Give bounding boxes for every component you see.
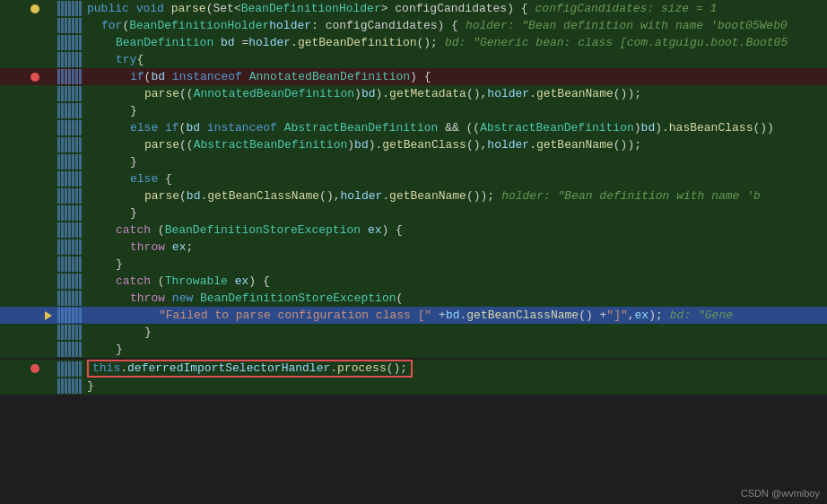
code-line-12: parse(bd.getBeanClassName(), holder.getB… bbox=[0, 187, 827, 204]
debug-bars-1 bbox=[56, 0, 83, 17]
gutter-6 bbox=[0, 85, 29, 102]
execution-arrow bbox=[45, 311, 52, 320]
gutter-11 bbox=[0, 170, 29, 187]
bp-23 bbox=[29, 378, 41, 395]
gutter-3 bbox=[0, 34, 29, 51]
line-content-5: if (bd instanceof AnnotatedBeanDefinitio… bbox=[83, 68, 827, 85]
debug-bars-3 bbox=[56, 34, 83, 51]
gutter-21 bbox=[0, 341, 29, 358]
gutter-5 bbox=[0, 68, 29, 85]
arrow-7 bbox=[41, 102, 56, 119]
code-line-22: this.deferredImportSelectorHandler.proce… bbox=[0, 360, 827, 378]
debug-bars-16 bbox=[56, 256, 83, 273]
bp-20 bbox=[29, 324, 41, 341]
line-content-23: } bbox=[83, 378, 827, 395]
bp-21 bbox=[29, 341, 41, 358]
bp-9 bbox=[29, 136, 41, 153]
line-content-22: this.deferredImportSelectorHandler.proce… bbox=[83, 360, 827, 378]
debug-bars-15 bbox=[56, 239, 83, 256]
code-area: public void parse(Set<BeanDefinitionHold… bbox=[0, 0, 827, 504]
line-content-16: } bbox=[83, 256, 827, 273]
code-line-15: throw ex; bbox=[0, 239, 827, 256]
code-line-1: public void parse(Set<BeanDefinitionHold… bbox=[0, 0, 827, 17]
bp-15 bbox=[29, 239, 41, 256]
arrow-9 bbox=[41, 136, 56, 153]
arrow-20 bbox=[41, 324, 56, 341]
arrow-8 bbox=[41, 119, 56, 136]
bp-18 bbox=[29, 290, 41, 307]
code-line-6: parse((AnnotatedBeanDefinition) bd).getM… bbox=[0, 85, 827, 102]
debug-bars-5 bbox=[56, 68, 83, 85]
debug-bars-23 bbox=[56, 378, 83, 395]
arrow-18 bbox=[41, 290, 56, 307]
debug-bars-8 bbox=[56, 119, 83, 136]
bp-8 bbox=[29, 119, 41, 136]
gutter-19 bbox=[0, 307, 29, 324]
arrow-12 bbox=[41, 187, 56, 204]
line-content-12: parse(bd.getBeanClassName(), holder.getB… bbox=[83, 187, 827, 204]
debug-bars-4 bbox=[56, 51, 83, 68]
gutter-1 bbox=[0, 0, 29, 17]
gutter-13 bbox=[0, 204, 29, 222]
line-content-14: catch (BeanDefinitionStoreException ex) … bbox=[83, 222, 827, 239]
arrow-6 bbox=[41, 85, 56, 102]
debug-bars-19 bbox=[56, 307, 83, 324]
line-content-11: else { bbox=[83, 170, 827, 187]
gutter-4 bbox=[0, 51, 29, 68]
debug-bars-21 bbox=[56, 341, 83, 358]
code-line-17: catch (Throwable ex) { bbox=[0, 273, 827, 290]
line-content-21: } bbox=[83, 341, 827, 358]
bp-12 bbox=[29, 187, 41, 204]
line-content-8: else if (bd instanceof AbstractBeanDefin… bbox=[83, 119, 827, 136]
line-content-7: } bbox=[83, 102, 827, 119]
bp-2 bbox=[29, 17, 41, 34]
debug-bars-20 bbox=[56, 324, 83, 341]
line-content-4: try { bbox=[83, 51, 827, 68]
line-content-6: parse((AnnotatedBeanDefinition) bd).getM… bbox=[83, 85, 827, 102]
arrow-23 bbox=[41, 378, 56, 395]
code-line-19: "Failed to parse configuration class [" … bbox=[0, 307, 827, 324]
bp-6 bbox=[29, 85, 41, 102]
debug-bars-11 bbox=[56, 170, 83, 187]
debug-bars-9 bbox=[56, 136, 83, 153]
arrow-1 bbox=[41, 0, 56, 17]
bp-16 bbox=[29, 256, 41, 273]
gutter-17 bbox=[0, 273, 29, 290]
debug-bars-14 bbox=[56, 222, 83, 239]
gutter-18 bbox=[0, 290, 29, 307]
code-line-3: BeanDefinition bd = holder.getBeanDefini… bbox=[0, 34, 827, 51]
gutter-12 bbox=[0, 187, 29, 204]
line-content-1: public void parse(Set<BeanDefinitionHold… bbox=[83, 0, 827, 17]
bp-17 bbox=[29, 273, 41, 290]
arrow-17 bbox=[41, 273, 56, 290]
gutter-10 bbox=[0, 153, 29, 170]
code-line-21: } bbox=[0, 341, 827, 358]
arrow-16 bbox=[41, 256, 56, 273]
code-line-8: else if (bd instanceof AbstractBeanDefin… bbox=[0, 119, 827, 136]
bp-22 bbox=[29, 360, 41, 378]
gutter-14 bbox=[0, 222, 29, 239]
bp-19 bbox=[29, 307, 41, 324]
gutter-16 bbox=[0, 256, 29, 273]
code-line-13: } bbox=[0, 204, 827, 222]
bp-3 bbox=[29, 34, 41, 51]
bp-5 bbox=[29, 68, 41, 85]
line-content-15: throw ex; bbox=[83, 239, 827, 256]
bp-4 bbox=[29, 51, 41, 68]
arrow-5 bbox=[41, 68, 56, 85]
bp-10 bbox=[29, 153, 41, 170]
code-line-10: } bbox=[0, 153, 827, 170]
arrow-11 bbox=[41, 170, 56, 187]
line-content-10: } bbox=[83, 153, 827, 170]
code-line-23: } bbox=[0, 378, 827, 395]
line-content-13: } bbox=[83, 204, 827, 222]
bp-7 bbox=[29, 102, 41, 119]
arrow-4 bbox=[41, 51, 56, 68]
debug-bars-17 bbox=[56, 273, 83, 290]
bp-13 bbox=[29, 204, 41, 222]
debug-bars-18 bbox=[56, 290, 83, 307]
line-content-3: BeanDefinition bd = holder.getBeanDefini… bbox=[83, 34, 827, 51]
arrow-10 bbox=[41, 153, 56, 170]
code-line-20: } bbox=[0, 324, 827, 341]
gutter-22 bbox=[0, 360, 29, 378]
